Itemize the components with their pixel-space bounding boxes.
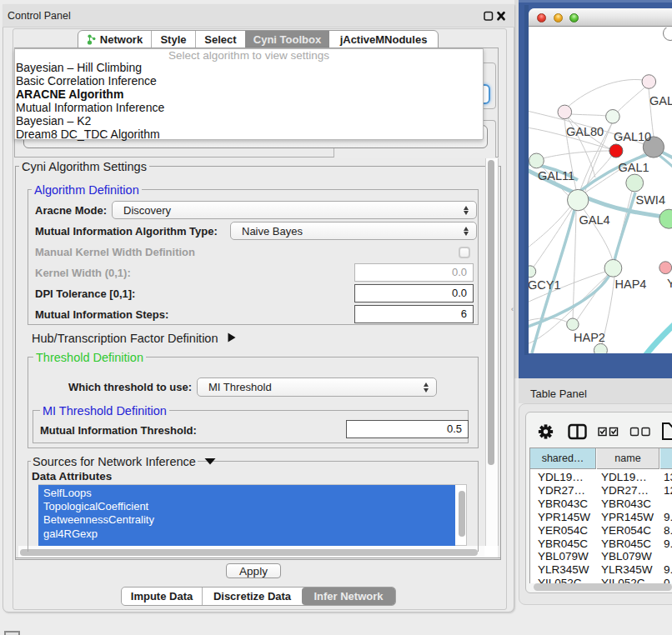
svg-text:GAL4: GAL4 — [579, 213, 610, 227]
svg-text:Y: Y — [667, 277, 672, 290]
svg-text:HAP2: HAP2 — [574, 331, 605, 344]
svg-text:SWI4: SWI4 — [636, 193, 665, 207]
svg-text:GCY1: GCY1 — [529, 278, 561, 292]
svg-text:GAL11: GAL11 — [538, 169, 574, 182]
svg-text:GAL: GAL — [649, 94, 672, 108]
svg-text:GAL1: GAL1 — [619, 161, 649, 174]
svg-text:HAP4: HAP4 — [615, 278, 647, 291]
svg-text:GAL80: GAL80 — [566, 125, 604, 138]
svg-text:GAL10: GAL10 — [614, 130, 651, 143]
